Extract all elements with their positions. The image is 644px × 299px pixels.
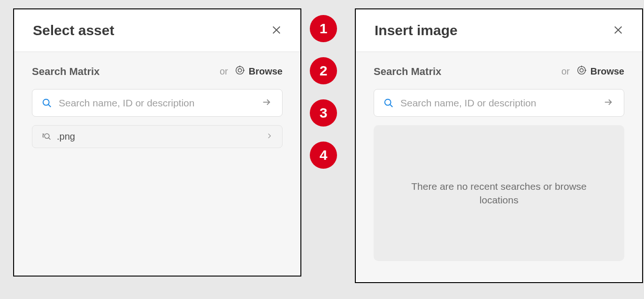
search-title: Search Matrix [374, 66, 441, 78]
or-label: or [220, 66, 228, 77]
search-input[interactable] [400, 97, 602, 109]
target-icon [576, 65, 587, 78]
annotation-badge-3: 3 [310, 99, 337, 127]
or-label: or [561, 66, 570, 77]
search-header-row: Search Matrix or Browse [32, 65, 283, 78]
insert-image-panel: Insert image Search Matrix or Browse [355, 8, 643, 283]
svg-point-13 [578, 67, 586, 75]
close-icon [271, 25, 282, 37]
panel-body: Search Matrix or Browse [14, 52, 300, 274]
svg-point-6 [43, 99, 49, 105]
search-icon [42, 98, 52, 108]
panel-header: Insert image [356, 9, 642, 52]
annotation-badge-4: 4 [310, 142, 337, 169]
svg-point-3 [238, 68, 241, 72]
panel-header: Select asset [14, 9, 300, 52]
annotation-badge-2: 2 [310, 57, 337, 84]
svg-point-2 [236, 67, 244, 75]
search-submit-button[interactable] [261, 96, 273, 110]
recent-search-text: .png [57, 131, 266, 142]
browse-link[interactable]: Browse [576, 65, 624, 78]
close-button[interactable] [611, 23, 625, 38]
browse-group: or Browse [220, 65, 283, 78]
search-submit-button[interactable] [602, 96, 614, 110]
svg-point-9 [45, 134, 49, 138]
recent-search-item[interactable]: .png [32, 125, 283, 148]
svg-line-7 [48, 105, 51, 107]
target-icon [235, 65, 245, 78]
empty-state-text: There are no recent searches or browse l… [411, 179, 587, 207]
panel-body: Search Matrix or Browse [356, 52, 642, 281]
search-title: Search Matrix [32, 66, 100, 78]
search-icon [383, 98, 394, 108]
close-button[interactable] [269, 23, 284, 38]
browse-group: or Browse [561, 65, 624, 78]
browse-label: Browse [590, 66, 624, 77]
arrow-right-icon [603, 97, 613, 109]
empty-state-box: There are no recent searches or browse l… [374, 125, 624, 261]
search-input-container[interactable] [32, 89, 283, 117]
select-asset-panel: Select asset Search Matrix or Browse [13, 8, 301, 277]
chevron-right-icon [266, 133, 273, 141]
panel-title: Insert image [375, 22, 458, 38]
svg-point-14 [580, 68, 583, 72]
panel-title: Select asset [33, 22, 114, 38]
annotation-badge-1: 1 [310, 15, 337, 42]
browse-link[interactable]: Browse [235, 65, 283, 78]
browse-label: Browse [249, 66, 283, 77]
svg-point-17 [385, 99, 391, 105]
search-input[interactable] [59, 97, 261, 109]
search-input-container[interactable] [374, 89, 624, 117]
search-header-row: Search Matrix or Browse [374, 65, 624, 78]
recent-search-icon [42, 132, 51, 142]
svg-line-10 [49, 138, 51, 140]
svg-line-18 [390, 105, 392, 107]
close-icon [613, 25, 623, 37]
arrow-right-icon [261, 97, 272, 109]
